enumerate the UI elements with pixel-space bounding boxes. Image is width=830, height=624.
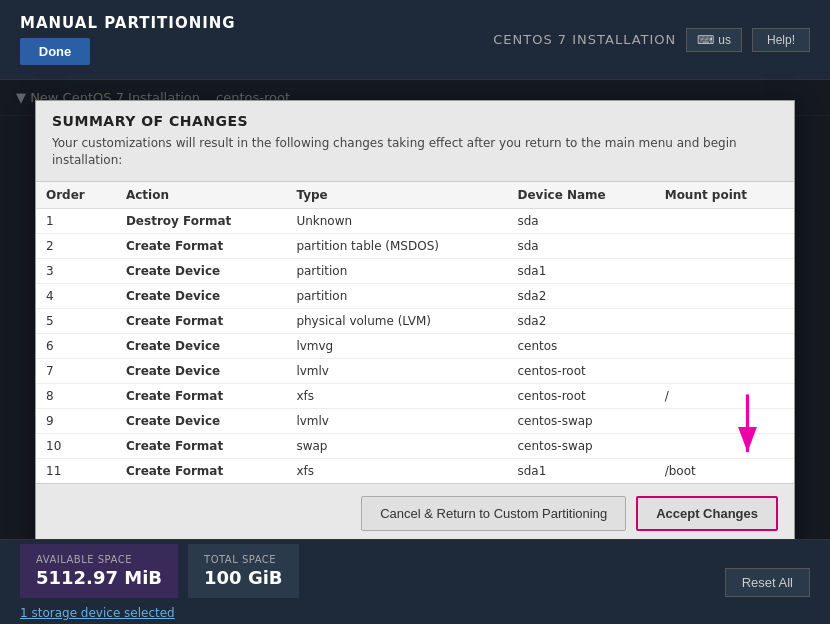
cell-device: sda xyxy=(507,233,654,258)
cell-device: sda2 xyxy=(507,308,654,333)
cell-device: centos-root xyxy=(507,358,654,383)
cell-order: 11 xyxy=(36,458,116,483)
available-space-label: AVAILABLE SPACE xyxy=(36,554,162,565)
col-action: Action xyxy=(116,182,286,209)
cell-order: 8 xyxy=(36,383,116,408)
cell-action: Create Device xyxy=(116,408,286,433)
centos-title: CENTOS 7 INSTALLATION xyxy=(493,32,676,47)
cell-action: Create Format xyxy=(116,458,286,483)
table-row: 6Create Devicelvmvgcentos xyxy=(36,333,794,358)
cell-action: Create Device xyxy=(116,358,286,383)
modal-title: SUMMARY OF CHANGES xyxy=(52,113,778,129)
total-space-label: TOTAL SPACE xyxy=(204,554,283,565)
header: MANUAL PARTITIONING Done CENTOS 7 INSTAL… xyxy=(0,0,830,80)
cell-device: sda1 xyxy=(507,258,654,283)
keyboard-button[interactable]: ⌨ us xyxy=(686,28,742,52)
cell-type: Unknown xyxy=(286,208,507,233)
cell-type: xfs xyxy=(286,458,507,483)
table-row: 11Create Formatxfssda1/boot xyxy=(36,458,794,483)
cell-mount xyxy=(655,258,794,283)
cell-order: 4 xyxy=(36,283,116,308)
available-space-block: AVAILABLE SPACE 5112.97 MiB xyxy=(20,544,178,598)
cell-mount xyxy=(655,433,794,458)
header-left: MANUAL PARTITIONING Done xyxy=(20,14,236,65)
cell-action: Create Format xyxy=(116,383,286,408)
cell-type: partition xyxy=(286,258,507,283)
app-title: MANUAL PARTITIONING xyxy=(20,14,236,32)
total-space-block: TOTAL SPACE 100 GiB xyxy=(188,544,299,598)
cell-type: lvmlv xyxy=(286,358,507,383)
cell-mount xyxy=(655,283,794,308)
cell-action: Create Device xyxy=(116,283,286,308)
col-mount: Mount point xyxy=(655,182,794,209)
table-row: 5Create Formatphysical volume (LVM)sda2 xyxy=(36,308,794,333)
table-row: 8Create Formatxfscentos-root/ xyxy=(36,383,794,408)
cell-order: 7 xyxy=(36,358,116,383)
cell-order: 2 xyxy=(36,233,116,258)
summary-modal: SUMMARY OF CHANGES Your customizations w… xyxy=(35,100,795,544)
cell-action: Create Device xyxy=(116,333,286,358)
cell-type: xfs xyxy=(286,383,507,408)
cell-action: Destroy Format xyxy=(116,208,286,233)
cell-mount xyxy=(655,408,794,433)
reset-all-button[interactable]: Reset All xyxy=(725,568,810,597)
keyboard-icon: ⌨ xyxy=(697,33,714,47)
cell-mount xyxy=(655,233,794,258)
cell-mount xyxy=(655,333,794,358)
table-row: 3Create Devicepartitionsda1 xyxy=(36,258,794,283)
cell-order: 9 xyxy=(36,408,116,433)
cell-order: 5 xyxy=(36,308,116,333)
cell-device: centos-swap xyxy=(507,433,654,458)
done-button[interactable]: Done xyxy=(20,38,90,65)
cell-action: Create Format xyxy=(116,233,286,258)
cell-device: centos-root xyxy=(507,383,654,408)
cell-type: partition xyxy=(286,283,507,308)
col-device: Device Name xyxy=(507,182,654,209)
cell-mount: /boot xyxy=(655,458,794,483)
cell-device: sda2 xyxy=(507,283,654,308)
cell-action: Create Format xyxy=(116,433,286,458)
table-row: 10Create Formatswapcentos-swap xyxy=(36,433,794,458)
cell-mount xyxy=(655,208,794,233)
col-type: Type xyxy=(286,182,507,209)
table-row: 2Create Formatpartition table (MSDOS)sda xyxy=(36,233,794,258)
table-row: 4Create Devicepartitionsda2 xyxy=(36,283,794,308)
main-area: ▼ New CentOS 7 Installation centos-root … xyxy=(0,80,830,624)
modal-subtitle: Your customizations will result in the f… xyxy=(52,135,778,169)
cell-order: 6 xyxy=(36,333,116,358)
help-button[interactable]: Help! xyxy=(752,28,810,52)
changes-table: Order Action Type Device Name Mount poin… xyxy=(36,182,794,483)
total-space-value: 100 GiB xyxy=(204,567,283,588)
header-right: CENTOS 7 INSTALLATION ⌨ us Help! xyxy=(493,28,810,52)
cell-type: physical volume (LVM) xyxy=(286,308,507,333)
cell-mount xyxy=(655,308,794,333)
modal-header: SUMMARY OF CHANGES Your customizations w… xyxy=(36,101,794,182)
cell-type: partition table (MSDOS) xyxy=(286,233,507,258)
cell-device: centos-swap xyxy=(507,408,654,433)
accept-changes-button[interactable]: Accept Changes xyxy=(636,496,778,531)
keyboard-layout-label: us xyxy=(718,33,731,47)
cancel-button[interactable]: Cancel & Return to Custom Partitioning xyxy=(361,496,626,531)
storage-device-link[interactable]: 1 storage device selected xyxy=(20,606,299,620)
space-info: AVAILABLE SPACE 5112.97 MiB TOTAL SPACE … xyxy=(20,544,299,598)
cell-type: lvmvg xyxy=(286,333,507,358)
cell-action: Create Device xyxy=(116,258,286,283)
cell-mount: / xyxy=(655,383,794,408)
table-row: 9Create Devicelvmlvcentos-swap xyxy=(36,408,794,433)
cell-device: sda1 xyxy=(507,458,654,483)
cell-order: 3 xyxy=(36,258,116,283)
table-row: 7Create Devicelvmlvcentos-root xyxy=(36,358,794,383)
cell-device: centos xyxy=(507,333,654,358)
bottom-bar: AVAILABLE SPACE 5112.97 MiB TOTAL SPACE … xyxy=(0,539,830,624)
modal-footer: Cancel & Return to Custom Partitioning A… xyxy=(36,483,794,543)
cell-mount xyxy=(655,358,794,383)
cell-action: Create Format xyxy=(116,308,286,333)
cell-order: 10 xyxy=(36,433,116,458)
table-row: 1Destroy FormatUnknownsda xyxy=(36,208,794,233)
col-order: Order xyxy=(36,182,116,209)
cell-type: swap xyxy=(286,433,507,458)
cell-order: 1 xyxy=(36,208,116,233)
cell-device: sda xyxy=(507,208,654,233)
available-space-value: 5112.97 MiB xyxy=(36,567,162,588)
cell-type: lvmlv xyxy=(286,408,507,433)
